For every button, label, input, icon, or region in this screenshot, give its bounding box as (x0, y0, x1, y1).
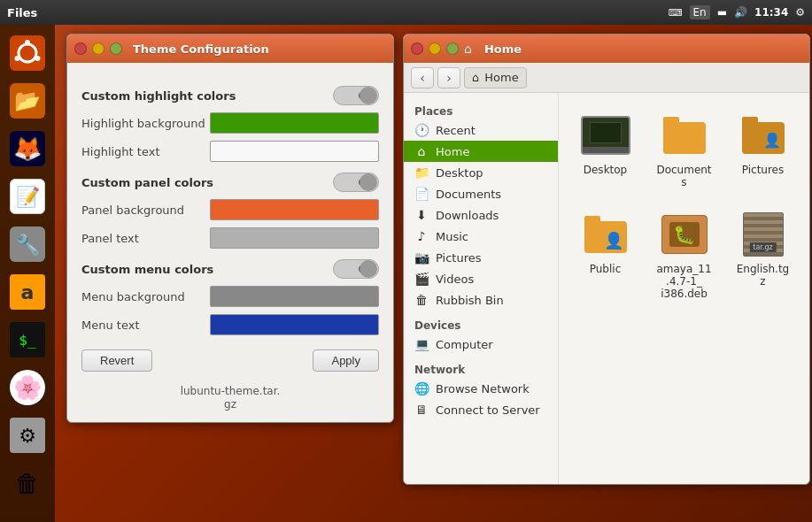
keyboard-indicator[interactable]: ⌨ (669, 7, 683, 19)
panel-bg-swatch[interactable] (210, 199, 379, 220)
highlight-background-row: Highlight background (81, 112, 379, 134)
fm-minimize-button[interactable] (429, 42, 441, 55)
forward-button[interactable]: › (437, 67, 460, 88)
fm-maximize-button[interactable] (446, 42, 459, 55)
computer-label: Computer (436, 338, 493, 351)
sidebar-item-trash[interactable]: 🗑 Rubbish Bin (404, 289, 558, 311)
menu-section-header: Custom menu colors ON (81, 259, 379, 279)
revert-button[interactable]: Revert (81, 349, 152, 372)
deb-file-label: amaya_11.4.7-1_i386.deb (655, 263, 713, 300)
menu-bg-swatch[interactable] (210, 286, 379, 307)
file-item-public[interactable]: 👤 Public (573, 206, 638, 303)
sidebar-item-browse-network[interactable]: 🌐 Browse Network (404, 378, 558, 399)
desktop-file-icon (581, 111, 630, 160)
dock-item-tools[interactable]: 🔧 (6, 223, 49, 265)
home-icon: ⌂ (414, 144, 429, 158)
dock-item-firefox[interactable]: 🦊 (6, 127, 49, 170)
dock-item-files[interactable]: 📂 (6, 80, 49, 122)
file-label: lubuntu-theme.tar.gz (181, 385, 281, 411)
battery-indicator: ▬ (717, 6, 727, 19)
location-bar[interactable]: ⌂ Home (464, 67, 527, 88)
menu-toggle-thumb (360, 260, 377, 278)
pictures-file-label: Pictures (742, 164, 785, 176)
fm-home-icon: ⌂ (464, 42, 472, 56)
dock-item-config[interactable]: ⚙ (6, 414, 49, 457)
svg-point-3 (15, 56, 20, 61)
desktop-nav-icon: 📁 (414, 165, 429, 180)
panel-text-label: Panel text (81, 232, 210, 245)
top-bar: Files ⌨ En ▬ 🔊 11:34 ⚙ (0, 0, 812, 25)
sidebar-item-desktop[interactable]: 📁 Desktop (404, 162, 558, 183)
dock-item-ubuntu[interactable] (6, 32, 49, 74)
sidebar-item-home[interactable]: ⌂ Home (404, 141, 558, 162)
pictures-icon: 📷 (414, 250, 429, 265)
dock-item-settings[interactable]: 🌸 (6, 366, 49, 409)
public-file-icon: 👤 (581, 210, 630, 259)
desktop-label: Desktop (436, 166, 483, 180)
pictures-label: Pictures (436, 251, 481, 265)
fm-main: Desktop Documents 👤 (559, 93, 809, 484)
highlight-text-swatch[interactable] (210, 141, 379, 162)
highlight-toggle-thumb (360, 87, 377, 104)
file-item-tgz[interactable]: tar.gz English.tgz (731, 206, 795, 303)
sidebar-item-documents[interactable]: 📄 Documents (404, 183, 558, 204)
music-icon: ♪ (414, 229, 429, 243)
deb-file-icon: 🐛 (660, 210, 709, 259)
menu-label: Custom menu colors (81, 263, 213, 276)
documents-icon: 📄 (414, 187, 429, 201)
menu-toggle[interactable]: ON (333, 259, 379, 279)
trash-icon: 🗑 (414, 293, 429, 307)
panel-text-swatch[interactable] (210, 227, 379, 249)
close-button[interactable] (74, 42, 87, 55)
sidebar-item-downloads[interactable]: ⬇ Downloads (404, 204, 558, 226)
panel-toggle[interactable]: ON (333, 173, 379, 192)
file-item-documents[interactable]: Documents (652, 107, 716, 192)
dock-item-writer[interactable]: 📝 (6, 175, 49, 218)
maximize-button[interactable] (110, 42, 122, 55)
connect-server-label: Connect to Server (436, 403, 540, 417)
highlight-text-label: Highlight text (81, 145, 210, 158)
panel-background-row: Panel background (81, 199, 379, 220)
sidebar-item-videos[interactable]: 🎬 Videos (404, 268, 558, 289)
sidebar-item-computer[interactable]: 💻 Computer (404, 334, 558, 355)
videos-icon: 🎬 (414, 272, 429, 286)
sidebar-item-music[interactable]: ♪ Music (404, 226, 558, 247)
file-item-pictures[interactable]: 👤 Pictures (731, 107, 795, 192)
location-home-icon: ⌂ (472, 71, 479, 84)
panel-bg-label: Panel background (81, 203, 210, 217)
file-item-deb[interactable]: 🐛 amaya_11.4.7-1_i386.deb (652, 206, 716, 303)
volume-indicator[interactable]: 🔊 (734, 6, 747, 19)
recent-icon: 🕐 (414, 123, 429, 137)
sidebar-item-pictures[interactable]: 📷 Pictures (404, 247, 558, 268)
music-label: Music (436, 230, 468, 243)
menu-text-swatch[interactable] (210, 314, 379, 335)
back-button[interactable]: ‹ (411, 67, 434, 88)
dock: 📂 🦊 📝 🔧 a $_ 🌸 ⚙ (0, 25, 55, 522)
theme-window: Theme Configuration Custom highlight col… (66, 34, 394, 423)
highlight-toggle[interactable]: ON (333, 86, 379, 105)
highlight-bg-swatch[interactable] (210, 112, 379, 134)
apply-button[interactable]: Apply (313, 349, 379, 372)
settings-icon[interactable]: ⚙ (795, 6, 805, 19)
menu-text-label: Menu text (81, 319, 210, 332)
minimize-button[interactable] (92, 42, 104, 55)
fm-close-button[interactable] (411, 42, 423, 55)
dock-item-amazon[interactable]: a (6, 271, 49, 313)
network-title: Network (404, 362, 558, 378)
file-item-desktop[interactable]: Desktop (573, 107, 638, 192)
top-bar-right: ⌨ En ▬ 🔊 11:34 ⚙ (669, 5, 805, 19)
pictures-file-icon: 👤 (739, 111, 788, 160)
sidebar-item-recent[interactable]: 🕐 Recent (404, 119, 558, 141)
sidebar-item-connect-server[interactable]: 🖥 Connect to Server (404, 399, 558, 420)
locale-indicator[interactable]: En (690, 5, 710, 19)
places-section: Places 🕐 Recent ⌂ Home 📁 Desktop 📄 Docum… (404, 100, 558, 314)
dock-item-terminal[interactable]: $_ (6, 319, 49, 361)
documents-label: Documents (436, 188, 501, 201)
svg-point-4 (35, 56, 41, 61)
dock-item-trash[interactable]: 🗑 (6, 462, 49, 504)
home-label: Home (436, 145, 469, 158)
theme-content: Custom highlight colors ON Highlight bac… (67, 63, 393, 423)
network-section: Network 🌐 Browse Network 🖥 Connect to Se… (404, 358, 558, 424)
fm-toolbar: ‹ › ⌂ Home (404, 63, 809, 93)
highlight-section-header: Custom highlight colors ON (81, 86, 379, 105)
